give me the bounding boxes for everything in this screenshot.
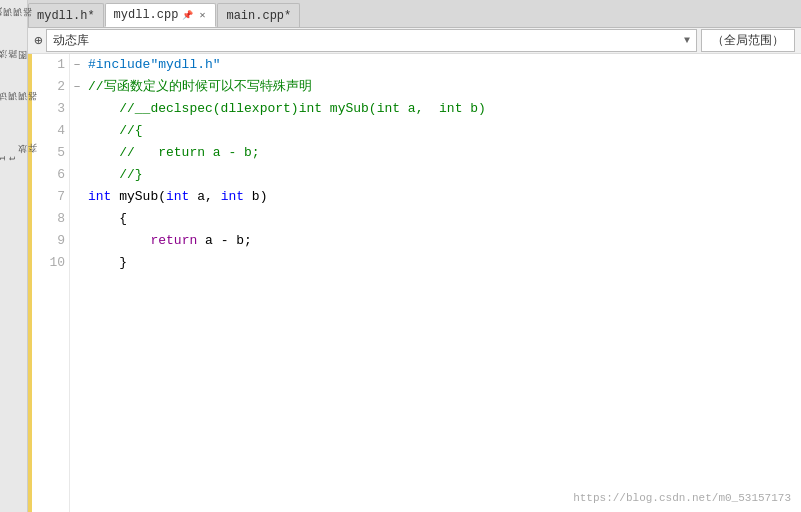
code-line-7: int mySub(int a, int b) (88, 186, 797, 208)
tab-maincpp[interactable]: main.cpp* (217, 3, 300, 27)
line-num-4: 4 (36, 120, 65, 142)
code-line-6: //} (88, 164, 797, 186)
code-line-2: //写函数定义的时候可以不写特殊声明 (88, 76, 797, 98)
code-token-return: return (150, 230, 197, 252)
code-line-5: // return a - b; (88, 142, 797, 164)
code-token: b) (244, 186, 267, 208)
line-num-1: 1 (36, 54, 65, 76)
code-token: #include"mydll.h" (88, 54, 221, 76)
toolbar-dropdown[interactable]: 动态库 ▼ (46, 29, 697, 52)
line-num-3: 3 (36, 98, 65, 120)
code-token: } (88, 252, 127, 274)
code-token: { (88, 208, 127, 230)
fold-column: − − (70, 54, 84, 512)
toolbar: ⊕ 动态库 ▼ （全局范围） (28, 28, 801, 54)
sidebar-item-git[interactable]: Git放弃 (2, 138, 26, 178)
tab-label-active: mydll.cpp (114, 8, 179, 22)
code-token-int3: int (221, 186, 244, 208)
code-token: //} (88, 164, 143, 186)
dropdown-arrow-icon: ▼ (684, 35, 690, 46)
code-token-int: int (88, 186, 111, 208)
line-num-10: 10 (36, 252, 65, 274)
fold-7[interactable]: − (70, 76, 84, 98)
code-line-9: return a - b; (88, 230, 797, 252)
line-num-7: 7 (36, 186, 65, 208)
line-num-5: 5 (36, 142, 65, 164)
line-numbers: 1 2 3 4 5 6 7 8 9 10 (32, 54, 70, 512)
toolbar-add-icon[interactable]: ⊕ (34, 32, 42, 49)
sidebar: 浏览调调器 淡路图 调试调调器 Git放弃 (0, 0, 28, 512)
editor-area: 1 2 3 4 5 6 7 8 9 10 − − (28, 54, 801, 512)
tab-mydllcpp[interactable]: mydll.cpp 📌 ✕ (105, 3, 217, 27)
tab-bar: mydll.h* mydll.cpp 📌 ✕ main.cpp* (28, 0, 801, 28)
line-num-8: 8 (36, 208, 65, 230)
code-token: mySub( (111, 186, 166, 208)
sidebar-item-debugger[interactable]: 调试调调器 (2, 88, 26, 128)
code-token (88, 230, 150, 252)
code-line-1: #include"mydll.h" (88, 54, 797, 76)
code-token: a, (189, 186, 220, 208)
tab-close-icon[interactable]: ✕ (197, 8, 207, 22)
line-num-2: 2 (36, 76, 65, 98)
tab-mydllh[interactable]: mydll.h* (28, 3, 104, 27)
code-token: //{ (88, 120, 143, 142)
code-token: //__declspec(dllexport)int mySub(int a, … (88, 98, 486, 120)
sidebar-item-browser[interactable]: 浏览调调器 (2, 4, 26, 44)
tab-label: main.cpp* (226, 9, 291, 23)
line-num-9: 9 (36, 230, 65, 252)
code-line-10: } (88, 252, 797, 274)
code-line-4: //{ (88, 120, 797, 142)
main-area: mydll.h* mydll.cpp 📌 ✕ main.cpp* ⊕ 动态库 ▼… (28, 0, 801, 512)
toolbar-scope: （全局范围） (701, 29, 795, 52)
toolbar-dropdown-label: 动态库 (53, 32, 89, 49)
code-token-int2: int (166, 186, 189, 208)
sidebar-item-map[interactable]: 淡路图 (2, 46, 26, 86)
code-token: a - b; (197, 230, 252, 252)
tab-label: mydll.h* (37, 9, 95, 23)
code-editor[interactable]: #include"mydll.h" //写函数定义的时候可以不写特殊声明 //_… (84, 54, 801, 512)
line-num-6: 6 (36, 164, 65, 186)
code-token: // return a - b; (88, 142, 260, 164)
code-line-3: //__declspec(dllexport)int mySub(int a, … (88, 98, 797, 120)
code-line-8: { (88, 208, 797, 230)
tab-pin-icon: 📌 (182, 10, 193, 21)
fold-2[interactable]: − (70, 54, 84, 76)
code-token: //写函数定义的时候可以不写特殊声明 (88, 76, 312, 98)
